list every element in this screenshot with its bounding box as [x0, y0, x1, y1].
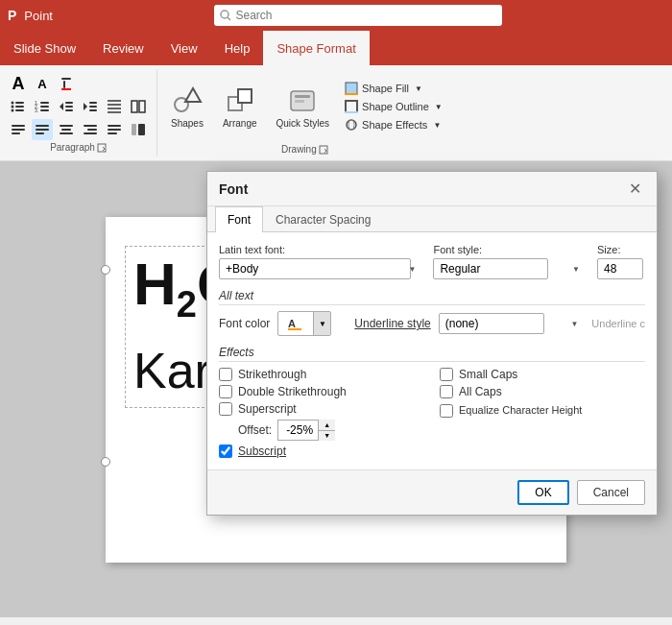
size-input[interactable] [597, 258, 643, 279]
svg-rect-14 [40, 106, 49, 108]
font-color-icon: A [287, 317, 304, 330]
shape-outline-btn[interactable]: Shape Outline ▼ [341, 98, 446, 115]
justify-btn[interactable] [104, 119, 125, 140]
increase-indent-btn[interactable] [80, 96, 101, 117]
strikethrough-checkbox[interactable] [219, 368, 232, 381]
small-caps-label[interactable]: Small Caps [459, 368, 517, 381]
justify-icon [106, 121, 123, 138]
superscript-row: Superscript Offset: ▲ ▼ [219, 402, 424, 441]
arrange-btn[interactable]: Arrange [215, 78, 265, 135]
search-input[interactable] [235, 9, 496, 22]
svg-rect-8 [15, 106, 24, 108]
drawing-expand-icon[interactable] [319, 145, 328, 155]
all-caps-checkbox[interactable] [440, 385, 453, 398]
dialog-titlebar: Font ✕ [207, 172, 657, 206]
font-color-dropdown[interactable]: ▼ [313, 312, 330, 335]
shapes-icon [172, 85, 203, 116]
effects-label: Effects [219, 346, 645, 362]
svg-rect-40 [84, 125, 97, 127]
equalize-label[interactable]: Equalize Character Height [459, 404, 582, 416]
offset-input-wrapper: ▲ ▼ [277, 420, 335, 441]
svg-rect-52 [238, 89, 252, 103]
font-size-small-btn[interactable]: A [32, 73, 53, 94]
double-strikethrough-checkbox[interactable] [219, 385, 232, 398]
svg-point-7 [12, 106, 14, 108]
subscript-label[interactable]: Subscript [238, 445, 286, 458]
ok-button[interactable]: OK [517, 480, 568, 505]
latin-font-select[interactable]: +Body [219, 258, 411, 279]
decrease-indent-btn[interactable] [56, 96, 77, 117]
font-clear-btn[interactable] [56, 73, 77, 94]
superscript-checkbox-row: Superscript [219, 402, 424, 416]
svg-rect-24 [89, 109, 97, 111]
font-color-swatch[interactable]: A [278, 312, 313, 335]
handle-left[interactable] [101, 265, 110, 275]
columns-btn[interactable] [128, 96, 149, 117]
dialog-footer: OK Cancel [207, 469, 657, 515]
svg-rect-56 [346, 83, 357, 94]
quick-styles-btn[interactable]: Quick Styles [269, 78, 338, 135]
subscript-row: Subscript [219, 445, 424, 458]
quick-styles-icon [287, 85, 318, 116]
align-left-btn[interactable] [32, 119, 53, 140]
subscript-checkbox[interactable] [219, 445, 232, 458]
ribbon-toolbar: A A [0, 65, 672, 161]
svg-rect-36 [36, 132, 44, 134]
search-bar[interactable] [214, 5, 502, 26]
font-color-btn[interactable]: A ▼ [277, 311, 331, 336]
font-style-select[interactable]: Regular [433, 258, 548, 279]
svg-rect-64 [288, 328, 301, 330]
svg-line-1 [228, 17, 230, 20]
tab-font[interactable]: Font [215, 206, 263, 232]
shape-fill-icon [345, 82, 358, 95]
line-spacing-btn[interactable] [104, 96, 125, 117]
text-dir-btn[interactable] [8, 119, 29, 140]
dialog-close-btn[interactable]: ✕ [625, 180, 645, 198]
size-field: Size: [597, 244, 645, 279]
tab-character-spacing[interactable]: Character Spacing [263, 206, 383, 232]
svg-text:A: A [288, 318, 296, 329]
svg-rect-29 [132, 101, 137, 112]
handle-left-bottom[interactable] [101, 457, 110, 467]
superscript-label[interactable]: Superscript [238, 402, 297, 416]
svg-rect-16 [40, 109, 49, 111]
svg-rect-47 [138, 124, 145, 135]
align-right-btn[interactable] [80, 119, 101, 140]
shapes-btn[interactable]: Shapes [163, 78, 211, 135]
tab-review[interactable]: Review [89, 31, 157, 65]
tab-slideshow[interactable]: Slide Show [0, 31, 89, 65]
tab-help[interactable]: Help [211, 31, 264, 65]
paragraph-expand-icon[interactable] [97, 143, 107, 153]
cancel-button[interactable]: Cancel [577, 480, 645, 505]
shape-outline-icon [345, 100, 358, 113]
tab-shapeformat[interactable]: Shape Format [263, 31, 369, 65]
bullets-btn[interactable] [8, 96, 29, 117]
font-size-large-btn[interactable]: A [8, 73, 29, 94]
equalize-checkbox[interactable] [440, 404, 453, 418]
numbered-list-btn[interactable]: 1. 2. 3. [32, 96, 53, 117]
offset-up-btn[interactable]: ▲ [319, 420, 335, 431]
main-content: H2O Karan22 Font ✕ Font Character Spacin… [0, 161, 672, 617]
strikethrough-label[interactable]: Strikethrough [238, 368, 306, 381]
shape-effects-btn[interactable]: Shape Effects ▼ [341, 116, 446, 133]
all-caps-label[interactable]: All Caps [459, 385, 502, 398]
underline-style-select[interactable]: (none) [439, 313, 544, 334]
svg-rect-54 [295, 95, 310, 98]
svg-rect-34 [36, 125, 49, 127]
column-layout-btn[interactable] [128, 119, 149, 140]
svg-rect-3 [63, 81, 65, 88]
align-center-btn[interactable] [56, 119, 77, 140]
all-caps-row: All Caps [440, 385, 645, 398]
latin-font-label: Latin text font: [219, 244, 421, 255]
offset-row: Offset: ▲ ▼ [219, 420, 424, 441]
double-strikethrough-label[interactable]: Double Strikethrough [238, 385, 347, 398]
underline-style-wrapper: (none) [439, 313, 585, 334]
superscript-checkbox[interactable] [219, 402, 232, 416]
small-caps-checkbox[interactable] [440, 368, 453, 381]
drawing-group-label: Drawing [281, 142, 328, 155]
shape-fill-btn[interactable]: Shape Fill ▼ [341, 80, 446, 97]
svg-rect-41 [87, 129, 97, 131]
tab-view[interactable]: View [157, 31, 211, 65]
svg-rect-35 [36, 129, 49, 131]
offset-down-btn[interactable]: ▼ [319, 431, 335, 442]
